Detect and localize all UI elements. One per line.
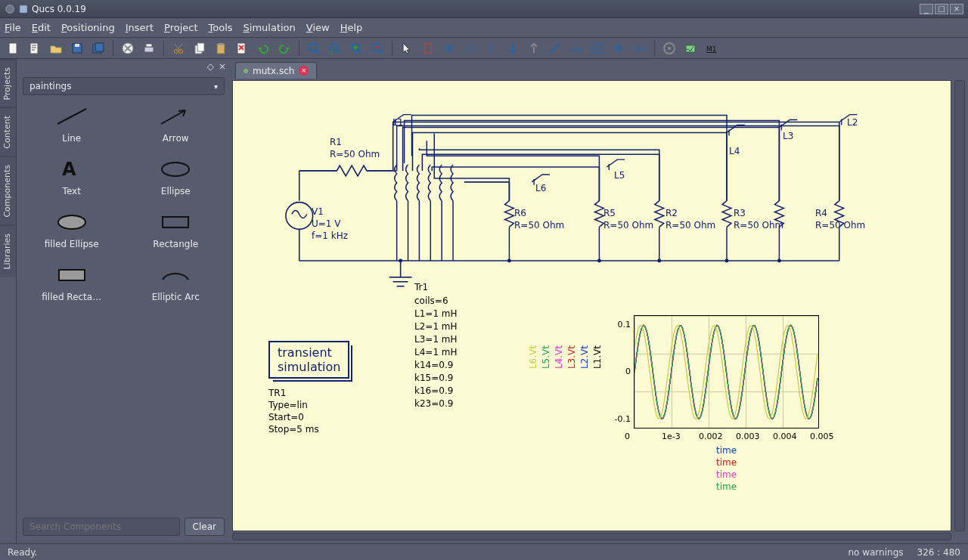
label-l5: L5 bbox=[614, 170, 625, 181]
svg-rect-14 bbox=[197, 43, 204, 51]
svg-rect-7 bbox=[95, 43, 104, 51]
palette-filled-ellipse[interactable]: filled Ellipse bbox=[23, 210, 121, 249]
up-icon[interactable] bbox=[525, 40, 543, 57]
sim-dpl-icon[interactable] bbox=[681, 40, 700, 57]
doc-del-icon[interactable] bbox=[233, 40, 251, 57]
new-text-icon[interactable] bbox=[26, 40, 44, 57]
menu-simulation[interactable]: Simulation bbox=[244, 22, 296, 33]
tr1-line-0: coils=6 bbox=[414, 295, 448, 306]
name-icon[interactable]: NAME bbox=[567, 40, 585, 57]
axislabel-time-3: time bbox=[634, 481, 819, 492]
label-l3: L3 bbox=[783, 131, 793, 141]
palette-text[interactable]: AText bbox=[23, 157, 121, 196]
palette-rectangle[interactable]: Rectangle bbox=[127, 210, 225, 249]
close-button[interactable]: × bbox=[950, 4, 963, 14]
sim-name: TR1 bbox=[268, 388, 286, 398]
sidetab-libraries[interactable]: Libraries bbox=[0, 225, 16, 277]
axislabel-time-2: time bbox=[634, 469, 819, 480]
minimize-button[interactable]: _ bbox=[920, 4, 933, 14]
label-v1-name: V1 bbox=[312, 206, 324, 217]
comp4-icon[interactable] bbox=[482, 40, 501, 57]
zoom-fit-icon[interactable] bbox=[305, 40, 323, 57]
chart[interactable] bbox=[634, 315, 819, 429]
svg-text:A: A bbox=[62, 159, 76, 180]
print-icon[interactable] bbox=[140, 40, 158, 57]
horizontal-scrollbar[interactable] bbox=[232, 533, 951, 540]
menu-project[interactable]: Project bbox=[164, 22, 198, 33]
new-file-icon[interactable] bbox=[5, 40, 23, 57]
sidetab-projects[interactable]: Projects bbox=[0, 59, 16, 107]
m1-icon[interactable]: M1 bbox=[703, 40, 721, 57]
palette-filled-recta-[interactable]: filled Recta… bbox=[23, 263, 121, 302]
open-icon[interactable] bbox=[47, 40, 65, 57]
sidetab-components[interactable]: Components bbox=[0, 156, 16, 225]
label-r4-val: R=50 Ohm bbox=[815, 220, 865, 230]
comp1-icon[interactable] bbox=[419, 40, 437, 57]
comp2-icon[interactable] bbox=[440, 40, 458, 57]
redo-icon[interactable] bbox=[275, 40, 293, 57]
port-icon[interactable] bbox=[631, 40, 649, 57]
label-l1: L1 bbox=[392, 117, 403, 128]
tr1-line-3: L3=1 mH bbox=[414, 334, 458, 345]
titlebar: Qucs 0.0.19 _ □ × bbox=[0, 0, 968, 18]
ground-icon[interactable] bbox=[610, 40, 628, 57]
maximize-button[interactable]: □ bbox=[935, 4, 948, 14]
paste-icon[interactable] bbox=[212, 40, 230, 57]
undo-icon[interactable] bbox=[254, 40, 272, 57]
document-tab[interactable]: mutx.sch × bbox=[235, 62, 317, 79]
comp3-icon[interactable] bbox=[461, 40, 479, 57]
close-panel-icon[interactable]: × bbox=[219, 61, 226, 72]
copy-icon[interactable] bbox=[191, 40, 209, 57]
sim-run-icon[interactable] bbox=[660, 40, 678, 57]
label-r2-name: R2 bbox=[666, 208, 678, 218]
menu-tools[interactable]: Tools bbox=[209, 22, 233, 33]
undock-icon[interactable]: ◇ bbox=[207, 61, 214, 72]
menubar: FileEditPositioningInsertProjectToolsSim… bbox=[0, 18, 968, 38]
schematic-canvas[interactable]: R1 R=50 Ohm V1 U=1 V f=1 kHz L1 L2 L3 L4… bbox=[232, 80, 951, 531]
wire-icon[interactable] bbox=[546, 40, 564, 57]
svg-point-41 bbox=[668, 47, 671, 50]
palette-arrow[interactable]: Arrow bbox=[127, 104, 225, 144]
pointer-icon[interactable] bbox=[398, 40, 416, 57]
menu-edit[interactable]: Edit bbox=[32, 22, 51, 33]
sim-type: Type=lin bbox=[268, 400, 308, 410]
window-title: Qucs 0.0.19 bbox=[32, 4, 918, 14]
tab-modified-icon bbox=[244, 69, 248, 73]
eqn-icon[interactable]: f(u) bbox=[588, 40, 607, 57]
zoom-in-icon[interactable] bbox=[347, 40, 365, 57]
menu-positioning[interactable]: Positioning bbox=[61, 22, 115, 33]
svg-line-21 bbox=[337, 51, 340, 54]
search-input[interactable] bbox=[23, 518, 180, 536]
vertical-scrollbar[interactable] bbox=[954, 80, 965, 531]
menu-file[interactable]: File bbox=[5, 22, 21, 33]
clear-button[interactable]: Clear bbox=[185, 518, 225, 536]
down-icon[interactable] bbox=[504, 40, 522, 57]
simulation-box[interactable]: transient simulation bbox=[268, 341, 349, 379]
tr1-line-4: L4=1 mH bbox=[414, 347, 458, 357]
svg-point-52 bbox=[286, 203, 313, 230]
label-r6-val: R=50 Ohm bbox=[514, 220, 564, 230]
palette-line[interactable]: Line bbox=[23, 104, 121, 144]
save-icon[interactable] bbox=[68, 40, 86, 57]
menu-view[interactable]: View bbox=[306, 22, 330, 33]
menu-insert[interactable]: Insert bbox=[126, 22, 154, 33]
tab-close-icon[interactable]: × bbox=[299, 66, 309, 76]
tr1-line-2: L2=1 mH bbox=[414, 321, 458, 332]
app-menu-icon[interactable] bbox=[5, 4, 15, 14]
zoom-out-icon[interactable] bbox=[368, 40, 386, 57]
zoom-100-icon[interactable]: 1 bbox=[326, 40, 344, 57]
sidetab-content[interactable]: Content bbox=[0, 107, 16, 156]
cut-icon[interactable] bbox=[169, 40, 188, 57]
sim-title1: transient bbox=[278, 345, 340, 360]
delete-icon[interactable] bbox=[119, 40, 137, 57]
palette-ellipse[interactable]: Ellipse bbox=[127, 157, 225, 196]
side-panel: ProjectsContentComponentsLibraries ◇ × p… bbox=[0, 59, 231, 543]
tab-label: mutx.sch bbox=[253, 66, 294, 76]
svg-point-88 bbox=[657, 259, 661, 263]
menu-help[interactable]: Help bbox=[340, 22, 363, 33]
svg-text:M1: M1 bbox=[706, 45, 717, 53]
palette-elliptic-arc[interactable]: Elliptic Arc bbox=[127, 263, 225, 302]
category-combo[interactable]: paintings ▾ bbox=[23, 77, 225, 95]
legend-L2.Vt: L2.Vt bbox=[579, 345, 590, 369]
save-all-icon[interactable] bbox=[89, 40, 107, 57]
